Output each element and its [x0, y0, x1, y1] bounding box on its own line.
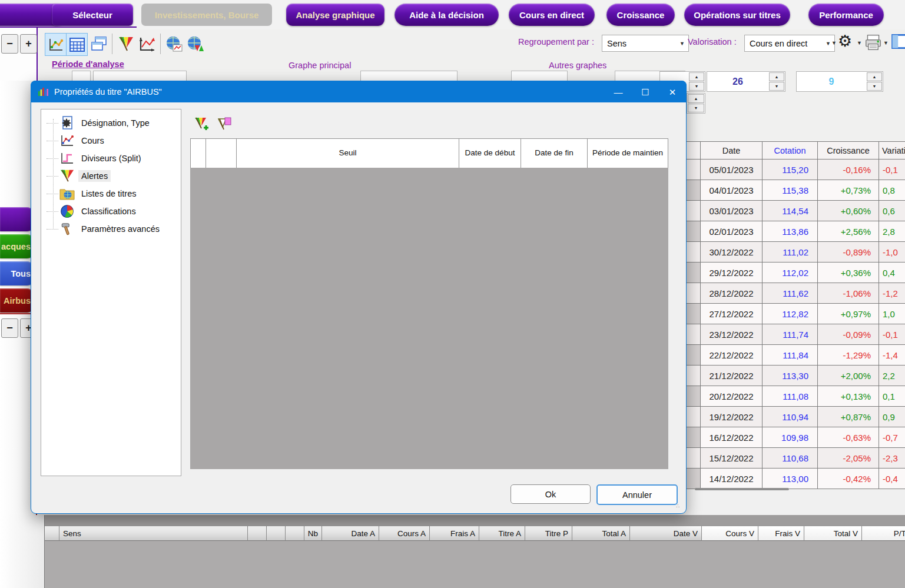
quote-variation[interactable]: 1,0: [879, 304, 905, 324]
cancel-button[interactable]: Annuler: [596, 484, 678, 505]
tree-item-diviseurs-split[interactable]: Diviseurs (Split): [41, 150, 181, 167]
quote-date[interactable]: 14/12/2022: [701, 469, 763, 489]
spinner-arrows[interactable]: ▲▼: [768, 72, 785, 91]
nav-button-selecteur[interactable]: Sélecteur: [52, 4, 133, 26]
row-header-cell[interactable]: [687, 242, 701, 263]
nav-button-analyse-graphique[interactable]: Analyse graphique: [286, 4, 384, 26]
table-view-button[interactable]: [66, 33, 88, 56]
tree-item-parametres-avances[interactable]: Paramètres avancés: [41, 220, 181, 238]
hidden-control[interactable]: [511, 71, 568, 81]
quote-cotation[interactable]: 111,74: [763, 324, 818, 345]
hidden-control[interactable]: [93, 71, 187, 81]
trend-chart-button[interactable]: [137, 33, 157, 55]
quote-cotation[interactable]: 113,86: [763, 221, 818, 242]
quote-cotation[interactable]: 112,02: [763, 263, 818, 283]
quote-variation[interactable]: 0,9: [879, 407, 905, 427]
quote-croissance[interactable]: +0,60%: [818, 201, 879, 221]
row-header-cell[interactable]: [687, 366, 701, 386]
spinner-arrows[interactable]: ▲▼: [688, 72, 705, 91]
alerts-column-header-empty[interactable]: [191, 139, 206, 168]
quote-cotation[interactable]: 110,94: [763, 407, 818, 427]
quote-variation[interactable]: 0,4: [879, 263, 905, 283]
sidebar-item-tous[interactable]: Tous: [0, 261, 34, 285]
ok-button[interactable]: Ok: [510, 484, 591, 504]
layout-button[interactable]: [891, 34, 905, 49]
spin-up-icon[interactable]: ▲: [769, 72, 784, 81]
nav-button-aide-a-la-decision[interactable]: Aide à la décision: [395, 4, 499, 26]
spin-down-icon[interactable]: ▼: [688, 104, 704, 112]
row-header-cell[interactable]: [687, 407, 701, 427]
row-header-cell[interactable]: [687, 386, 701, 407]
web-updown-button[interactable]: [185, 33, 205, 55]
quote-variation[interactable]: -1,2: [879, 283, 905, 304]
spin-up-icon[interactable]: ▲: [688, 94, 704, 103]
spinner-arrows[interactable]: ▲▼: [866, 72, 883, 91]
quote-variation[interactable]: -0,7: [879, 427, 905, 448]
close-button[interactable]: ✕: [659, 81, 686, 103]
tree-item-listes-de-titres[interactable]: Listes de titres: [41, 185, 181, 202]
row-header-cell[interactable]: [687, 263, 701, 283]
chart-view-button[interactable]: [45, 33, 67, 56]
row-header-cell[interactable]: [687, 221, 701, 242]
row-header-cell[interactable]: [687, 160, 701, 180]
transactions-column-header-titre-p[interactable]: Titre P: [525, 526, 572, 541]
quote-variation[interactable]: 0,8: [879, 180, 905, 201]
column-header-date[interactable]: Date: [701, 141, 763, 160]
dialog-title-bar[interactable]: Propriétés du titre "AIRBUS": [31, 81, 687, 102]
quote-date[interactable]: 30/12/2022: [701, 242, 763, 263]
secondary-spinner[interactable]: 9 ▲▼: [796, 71, 883, 92]
quote-variation[interactable]: 2,8: [879, 221, 905, 242]
transactions-column-header-empty[interactable]: [286, 526, 304, 541]
chevron-down-icon[interactable]: ▼: [883, 40, 889, 46]
transactions-column-header-p-titre[interactable]: P/Titre: [862, 526, 905, 541]
transactions-column-header-empty[interactable]: [45, 526, 59, 541]
zoom-out-button[interactable]: −: [1, 34, 18, 54]
quote-croissance[interactable]: -0,63%: [818, 427, 879, 448]
cascade-windows-button[interactable]: [88, 33, 109, 55]
quote-cotation[interactable]: 115,38: [763, 180, 818, 201]
quote-croissance[interactable]: +0,36%: [818, 263, 879, 283]
hidden-control[interactable]: [72, 71, 91, 81]
quote-cotation[interactable]: 114,54: [763, 201, 818, 221]
alerts-button[interactable]: [115, 33, 136, 55]
row-header-cell[interactable]: [687, 283, 701, 304]
tree-item-classifications[interactable]: Classifications: [41, 202, 181, 220]
column-header-cotation[interactable]: Cotation: [763, 141, 818, 160]
nav-button-croissance[interactable]: Croissance: [606, 4, 675, 26]
quote-date[interactable]: 19/12/2022: [701, 407, 763, 427]
quote-croissance[interactable]: -0,09%: [818, 324, 879, 345]
column-header-variation[interactable]: Variation: [879, 141, 905, 160]
alerts-table-empty-area[interactable]: [190, 168, 668, 469]
tree-item-designation-type[interactable]: Désignation, Type: [41, 114, 181, 132]
quote-variation[interactable]: -0,1: [879, 324, 905, 345]
row-header-cell[interactable]: [687, 201, 701, 221]
quote-date[interactable]: 02/01/2023: [701, 221, 763, 242]
quote-variation[interactable]: -0,4: [879, 469, 905, 489]
quote-croissance[interactable]: -0,16%: [818, 160, 879, 180]
transactions-column-header-cours-v[interactable]: Cours V: [702, 526, 758, 541]
quote-cotation[interactable]: 111,84: [763, 345, 818, 366]
transactions-column-header-sens[interactable]: Sens: [59, 526, 248, 541]
quote-date[interactable]: 04/01/2023: [701, 180, 763, 201]
quote-date[interactable]: 21/12/2022: [701, 366, 763, 386]
chevron-down-icon[interactable]: ▼: [857, 40, 862, 46]
web-quotes-button[interactable]: [164, 33, 184, 55]
quote-date[interactable]: 03/01/2023: [701, 201, 763, 221]
horizontal-scrollbar[interactable]: [695, 488, 789, 490]
transactions-column-header-date-a[interactable]: Date A: [322, 526, 379, 541]
hidden-control[interactable]: [360, 71, 458, 81]
spin-down-icon[interactable]: ▼: [769, 82, 784, 91]
quote-croissance[interactable]: -2,05%: [818, 448, 879, 469]
regroupement-select[interactable]: Sens ▼: [602, 35, 689, 52]
sidebar-item-jacques[interactable]: acques: [0, 234, 34, 258]
row-header-cell[interactable]: [687, 180, 701, 201]
quote-date[interactable]: 23/12/2022: [701, 324, 763, 345]
quote-croissance[interactable]: +0,73%: [818, 180, 879, 201]
quote-cotation[interactable]: 109,98: [763, 427, 818, 448]
maximize-button[interactable]: ☐: [632, 81, 659, 103]
row-header-cell[interactable]: [687, 345, 701, 366]
nav-button-operations-sur-titres[interactable]: Opérations sur titres: [684, 4, 790, 26]
column-header-croissance[interactable]: Croissance: [818, 141, 879, 160]
quote-date[interactable]: 27/12/2022: [701, 304, 763, 324]
row-header-cell[interactable]: [687, 427, 701, 448]
